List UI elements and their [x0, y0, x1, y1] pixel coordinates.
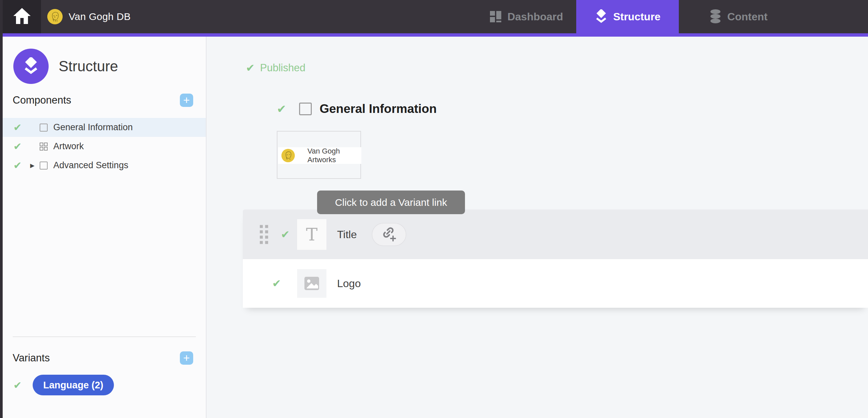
top-nav: Van Gogh DB Dashboard: [0, 0, 868, 33]
variants-header: Variants +: [13, 351, 193, 365]
component-square-icon: [39, 162, 48, 169]
sidebar-item-label: General Information: [53, 122, 133, 133]
tab-dashboard-label: Dashboard: [507, 11, 563, 23]
card-avatar: [281, 149, 295, 162]
app-avatar: [47, 9, 63, 24]
add-variant-link-button[interactable]: [372, 223, 406, 246]
sidebar-brand: Structure: [13, 49, 118, 84]
check-icon: ✔: [13, 160, 25, 171]
text-field-type-icon: T: [297, 219, 327, 250]
sidebar-item-advanced-settings[interactable]: ✔ ▸ Advanced Settings: [3, 156, 206, 175]
image-field-type-icon: [297, 269, 327, 298]
component-square-icon: [39, 124, 48, 132]
structure-icon: [594, 9, 608, 24]
field-label: Title: [337, 228, 357, 240]
check-icon: ✔: [281, 228, 290, 241]
variants-heading: Variants: [13, 352, 50, 364]
published-status: ✔ Published: [246, 59, 305, 77]
main-content: ✔ Published ✔ General Information: [207, 37, 868, 418]
field-label: Logo: [337, 278, 361, 290]
components-heading: Components: [13, 94, 71, 106]
left-edge-strip: [0, 0, 3, 418]
sidebar-item-artwork[interactable]: ✔ Artwork: [3, 137, 206, 156]
check-icon: ✔: [246, 62, 255, 74]
section-header-general-information: ✔ General Information: [277, 99, 437, 119]
sidebar-item-label: Artwork: [53, 141, 84, 152]
schema-grid-icon: [39, 142, 48, 151]
tooltip-text: Click to add a Variant link: [335, 197, 447, 208]
sidebar-item-label: Advanced Settings: [53, 160, 128, 170]
variant-link-tooltip: Click to add a Variant link: [317, 191, 465, 214]
accent-strip: [0, 33, 868, 37]
tab-structure[interactable]: Structure: [576, 0, 679, 33]
language-variant-pill[interactable]: Language (2): [33, 375, 114, 395]
preview-card-banner: Van Gogh Artworks: [278, 147, 362, 164]
sidebar-divider: [13, 336, 196, 337]
component-square-icon: [299, 103, 312, 115]
structure-badge-icon: [13, 49, 49, 84]
section-title: General Information: [320, 102, 437, 116]
check-icon: ✔: [13, 140, 25, 152]
preview-card[interactable]: Van Gogh Artworks: [277, 131, 361, 179]
app-name: Van Gogh DB: [69, 11, 130, 22]
field-list: ✔ T Title: [243, 210, 868, 308]
components-header: Components +: [13, 93, 193, 107]
drag-handle-icon[interactable]: [260, 225, 268, 244]
type-glyph: T: [306, 224, 318, 245]
card-title: Van Gogh Artworks: [307, 147, 362, 164]
home-button[interactable]: [3, 0, 41, 33]
nav-tabs: Dashboard Structure: [476, 0, 797, 33]
content-icon: [709, 9, 722, 24]
add-variant-button[interactable]: +: [180, 351, 193, 365]
app-identity[interactable]: Van Gogh DB: [47, 0, 130, 33]
home-icon: [13, 7, 31, 26]
sidebar-title: Structure: [59, 58, 118, 75]
field-row-title[interactable]: ✔ T Title: [243, 210, 868, 259]
expand-caret-icon[interactable]: ▸: [25, 160, 39, 170]
variant-row-language: ✔ Language (2): [3, 374, 206, 396]
dashboard-icon: [489, 10, 502, 24]
check-icon: ✔: [13, 379, 25, 391]
field-row-logo[interactable]: ✔ Logo: [243, 259, 868, 308]
check-icon: ✔: [272, 277, 281, 290]
check-icon: ✔: [13, 122, 25, 133]
components-list: ✔ General Information ✔: [3, 118, 206, 175]
published-label: Published: [260, 62, 305, 74]
tab-content-label: Content: [727, 11, 768, 23]
check-icon: ✔: [277, 102, 286, 116]
sidebar-item-general-information[interactable]: ✔ General Information: [3, 118, 206, 137]
tab-dashboard[interactable]: Dashboard: [476, 0, 576, 33]
tab-content[interactable]: Content: [679, 0, 797, 33]
link-plus-icon: [380, 225, 398, 244]
sidebar: Structure Components + ✔ General Informa…: [3, 37, 207, 418]
add-component-button[interactable]: +: [180, 94, 193, 107]
tab-structure-label: Structure: [613, 11, 660, 23]
page: Van Gogh DB Dashboard: [0, 0, 868, 418]
